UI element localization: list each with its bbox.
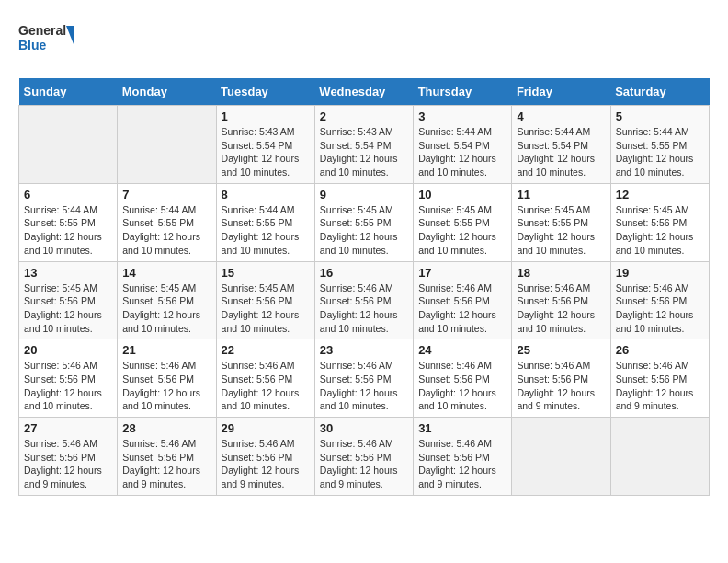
calendar-cell: 8Sunrise: 5:44 AMSunset: 5:55 PMDaylight…: [216, 183, 314, 261]
day-number: 5: [616, 109, 704, 123]
day-detail: Sunrise: 5:46 AMSunset: 5:56 PMDaylight:…: [222, 359, 310, 413]
calendar-cell: 2Sunrise: 5:43 AMSunset: 5:54 PMDaylight…: [314, 106, 413, 184]
day-number: 6: [24, 188, 112, 201]
day-detail: Sunrise: 5:46 AMSunset: 5:56 PMDaylight:…: [24, 359, 112, 413]
day-detail: Sunrise: 5:46 AMSunset: 5:56 PMDaylight:…: [616, 282, 704, 336]
day-number: 26: [616, 343, 704, 357]
calendar-cell: 3Sunrise: 5:44 AMSunset: 5:54 PMDaylight…: [414, 106, 512, 184]
calendar-cell: 27Sunrise: 5:46 AMSunset: 5:56 PMDayligh…: [19, 418, 118, 496]
day-detail: Sunrise: 5:45 AMSunset: 5:56 PMDaylight:…: [24, 282, 112, 336]
day-number: 14: [122, 266, 210, 280]
day-number: 23: [320, 343, 408, 357]
day-number: 30: [320, 421, 408, 435]
day-detail: Sunrise: 5:46 AMSunset: 5:56 PMDaylight:…: [418, 359, 506, 413]
svg-text:Blue: Blue: [18, 38, 47, 52]
day-of-week-header: Sunday: [19, 78, 118, 106]
calendar-cell: [118, 106, 216, 184]
day-detail: Sunrise: 5:46 AMSunset: 5:56 PMDaylight:…: [320, 282, 408, 336]
calendar-cell: 28Sunrise: 5:46 AMSunset: 5:56 PMDayligh…: [118, 418, 216, 496]
calendar-cell: 23Sunrise: 5:46 AMSunset: 5:56 PMDayligh…: [314, 339, 413, 418]
day-number: 31: [418, 421, 506, 435]
calendar-cell: 26Sunrise: 5:46 AMSunset: 5:56 PMDayligh…: [610, 339, 709, 418]
calendar-cell: 4Sunrise: 5:44 AMSunset: 5:54 PMDaylight…: [512, 106, 610, 184]
day-detail: Sunrise: 5:44 AMSunset: 5:54 PMDaylight:…: [418, 125, 506, 179]
calendar-week-row: 1Sunrise: 5:43 AMSunset: 5:54 PMDaylight…: [19, 106, 710, 184]
calendar-cell: 5Sunrise: 5:44 AMSunset: 5:55 PMDaylight…: [610, 106, 709, 184]
svg-text:General: General: [18, 23, 66, 38]
day-number: 13: [24, 266, 112, 280]
day-of-week-header: Thursday: [414, 78, 512, 106]
calendar-cell: 17Sunrise: 5:46 AMSunset: 5:56 PMDayligh…: [414, 261, 512, 339]
calendar-cell: [19, 106, 118, 184]
day-number: 11: [517, 188, 605, 201]
day-number: 3: [418, 109, 506, 123]
logo-block: General Blue: [18, 18, 74, 63]
calendar-cell: 14Sunrise: 5:45 AMSunset: 5:56 PMDayligh…: [118, 261, 216, 339]
day-number: 2: [320, 109, 408, 123]
day-number: 27: [24, 421, 112, 435]
day-detail: Sunrise: 5:43 AMSunset: 5:54 PMDaylight:…: [320, 125, 408, 179]
day-detail: Sunrise: 5:45 AMSunset: 5:55 PMDaylight:…: [517, 203, 605, 258]
day-number: 8: [222, 188, 310, 201]
day-number: 20: [24, 343, 112, 357]
calendar-cell: 25Sunrise: 5:46 AMSunset: 5:56 PMDayligh…: [512, 339, 610, 418]
day-number: 25: [517, 343, 605, 357]
day-detail: Sunrise: 5:43 AMSunset: 5:54 PMDaylight:…: [222, 125, 310, 179]
calendar-cell: 16Sunrise: 5:46 AMSunset: 5:56 PMDayligh…: [314, 261, 413, 339]
day-number: 29: [222, 421, 310, 435]
calendar-cell: 1Sunrise: 5:43 AMSunset: 5:54 PMDaylight…: [216, 106, 314, 184]
day-detail: Sunrise: 5:46 AMSunset: 5:56 PMDaylight:…: [418, 437, 506, 491]
day-of-week-header: Tuesday: [216, 78, 314, 106]
calendar-cell: 11Sunrise: 5:45 AMSunset: 5:55 PMDayligh…: [512, 183, 610, 261]
day-detail: Sunrise: 5:45 AMSunset: 5:56 PMDaylight:…: [222, 282, 310, 336]
logo: General Blue: [18, 18, 74, 63]
day-number: 9: [320, 188, 408, 201]
day-of-week-header: Monday: [118, 78, 216, 106]
day-detail: Sunrise: 5:46 AMSunset: 5:56 PMDaylight:…: [320, 359, 408, 413]
calendar-cell: 20Sunrise: 5:46 AMSunset: 5:56 PMDayligh…: [19, 339, 118, 418]
day-of-week-header: Friday: [512, 78, 610, 106]
day-number: 19: [616, 266, 704, 280]
calendar-cell: 21Sunrise: 5:46 AMSunset: 5:56 PMDayligh…: [118, 339, 216, 418]
day-number: 28: [122, 421, 210, 435]
day-number: 10: [418, 188, 506, 201]
calendar-table: SundayMondayTuesdayWednesdayThursdayFrid…: [18, 78, 710, 496]
calendar-cell: 7Sunrise: 5:44 AMSunset: 5:55 PMDaylight…: [118, 183, 216, 261]
day-detail: Sunrise: 5:44 AMSunset: 5:54 PMDaylight:…: [517, 125, 605, 179]
calendar-cell: 31Sunrise: 5:46 AMSunset: 5:56 PMDayligh…: [414, 418, 512, 496]
day-number: 16: [320, 266, 408, 280]
day-detail: Sunrise: 5:44 AMSunset: 5:55 PMDaylight:…: [24, 203, 112, 258]
svg-marker-2: [66, 26, 74, 44]
calendar-week-row: 6Sunrise: 5:44 AMSunset: 5:55 PMDaylight…: [19, 183, 710, 261]
calendar-header-row: SundayMondayTuesdayWednesdayThursdayFrid…: [19, 78, 710, 106]
calendar-cell: 10Sunrise: 5:45 AMSunset: 5:55 PMDayligh…: [414, 183, 512, 261]
day-detail: Sunrise: 5:46 AMSunset: 5:56 PMDaylight:…: [24, 437, 112, 491]
calendar-cell: 29Sunrise: 5:46 AMSunset: 5:56 PMDayligh…: [216, 418, 314, 496]
day-detail: Sunrise: 5:46 AMSunset: 5:56 PMDaylight:…: [320, 437, 408, 491]
calendar-cell: 18Sunrise: 5:46 AMSunset: 5:56 PMDayligh…: [512, 261, 610, 339]
day-detail: Sunrise: 5:45 AMSunset: 5:56 PMDaylight:…: [616, 203, 704, 258]
calendar-cell: 24Sunrise: 5:46 AMSunset: 5:56 PMDayligh…: [414, 339, 512, 418]
calendar-cell: [512, 418, 610, 496]
day-number: 4: [517, 109, 605, 123]
calendar-week-row: 20Sunrise: 5:46 AMSunset: 5:56 PMDayligh…: [19, 339, 710, 418]
day-detail: Sunrise: 5:45 AMSunset: 5:55 PMDaylight:…: [320, 203, 408, 258]
day-number: 24: [418, 343, 506, 357]
calendar-cell: 12Sunrise: 5:45 AMSunset: 5:56 PMDayligh…: [610, 183, 709, 261]
day-detail: Sunrise: 5:46 AMSunset: 5:56 PMDaylight:…: [517, 359, 605, 413]
day-detail: Sunrise: 5:44 AMSunset: 5:55 PMDaylight:…: [122, 203, 210, 258]
day-detail: Sunrise: 5:46 AMSunset: 5:56 PMDaylight:…: [222, 437, 310, 491]
calendar-cell: 22Sunrise: 5:46 AMSunset: 5:56 PMDayligh…: [216, 339, 314, 418]
calendar-cell: 30Sunrise: 5:46 AMSunset: 5:56 PMDayligh…: [314, 418, 413, 496]
day-of-week-header: Saturday: [610, 78, 709, 106]
day-detail: Sunrise: 5:46 AMSunset: 5:56 PMDaylight:…: [122, 359, 210, 413]
day-number: 18: [517, 266, 605, 280]
day-detail: Sunrise: 5:46 AMSunset: 5:56 PMDaylight:…: [122, 437, 210, 491]
calendar-cell: 19Sunrise: 5:46 AMSunset: 5:56 PMDayligh…: [610, 261, 709, 339]
day-number: 21: [122, 343, 210, 357]
calendar-cell: [610, 418, 709, 496]
day-detail: Sunrise: 5:46 AMSunset: 5:56 PMDaylight:…: [517, 282, 605, 336]
calendar-cell: 6Sunrise: 5:44 AMSunset: 5:55 PMDaylight…: [19, 183, 118, 261]
calendar-cell: 9Sunrise: 5:45 AMSunset: 5:55 PMDaylight…: [314, 183, 413, 261]
page-header: General Blue: [18, 18, 710, 63]
